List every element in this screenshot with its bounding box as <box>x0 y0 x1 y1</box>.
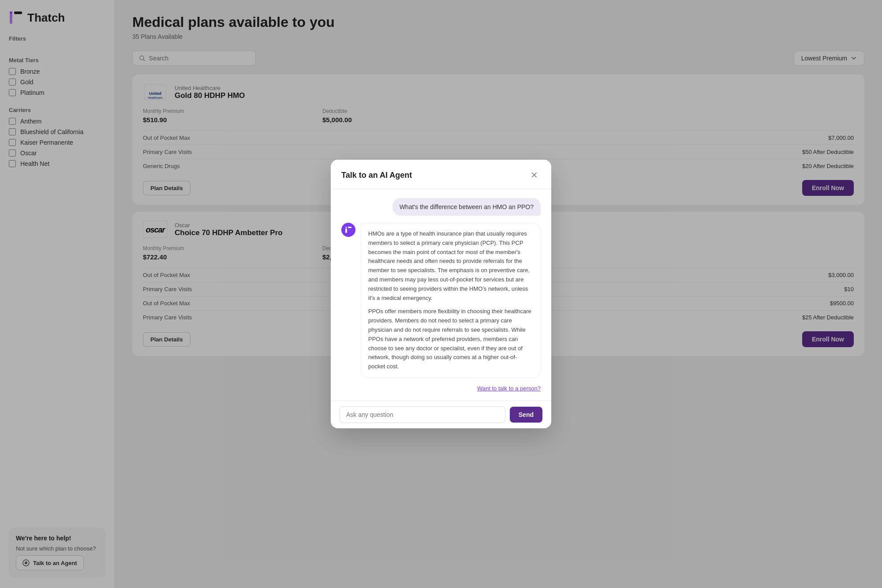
user-message-bubble: What's the difference between an HMO an … <box>392 198 541 216</box>
svg-rect-12 <box>345 228 347 233</box>
svg-rect-14 <box>348 227 351 228</box>
svg-rect-13 <box>345 227 347 228</box>
modal-close-button[interactable]: ✕ <box>527 169 541 182</box>
modal-body: What's the difference between an HMO an … <box>331 189 551 401</box>
want-to-talk-link[interactable]: Want to talk to a person? <box>341 385 541 392</box>
send-button[interactable]: Send <box>510 407 542 423</box>
ai-agent-modal: Talk to an AI Agent ✕ What's the differe… <box>331 160 551 428</box>
ai-response: HMOs are a type of health insurance plan… <box>341 223 541 378</box>
ai-response-p1: HMOs are a type of health insurance plan… <box>368 229 533 303</box>
ai-message-bubble: HMOs are a type of health insurance plan… <box>361 223 541 378</box>
ai-avatar-icon <box>345 226 352 233</box>
modal-header: Talk to an AI Agent ✕ <box>331 160 551 189</box>
chat-input[interactable] <box>340 406 505 423</box>
modal-overlay[interactable]: Talk to an AI Agent ✕ What's the differe… <box>0 0 882 588</box>
ai-response-p2: PPOs offer members more flexibility in c… <box>368 307 533 371</box>
modal-title: Talk to an AI Agent <box>341 171 412 180</box>
ai-avatar <box>341 223 355 237</box>
modal-footer: Send <box>331 401 551 428</box>
